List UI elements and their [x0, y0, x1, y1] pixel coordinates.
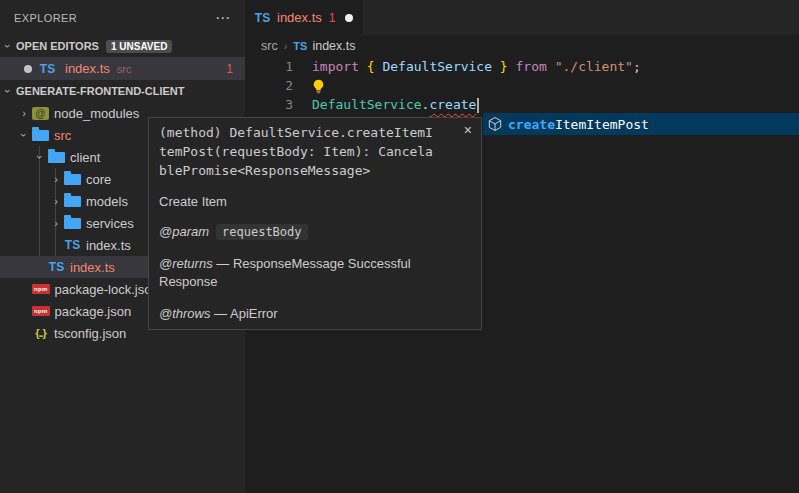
- typescript-file-icon: TS: [293, 40, 307, 52]
- doc-tags: @paramrequestBody@returns — ResponseMess…: [159, 223, 471, 323]
- chevron-down-icon: ›: [2, 83, 14, 99]
- open-editor-item-index-ts[interactable]: TS index.ts src 1: [0, 57, 245, 80]
- suggestion-rest-text: ItemItemPost: [555, 117, 649, 132]
- code-line-1[interactable]: 1import { DefaultService } from "./clien…: [245, 57, 799, 76]
- code-line-2[interactable]: 2: [245, 76, 799, 95]
- npm-folder-icon: @: [32, 107, 49, 120]
- editor-tab-bar: TS index.ts 1: [245, 0, 799, 35]
- tab-error-count: 1: [329, 11, 336, 25]
- chevron-right-icon[interactable]: ›: [48, 217, 64, 229]
- chevron-down-icon: ›: [2, 38, 14, 54]
- code-editor[interactable]: 1import { DefaultService } from "./clien…: [245, 57, 799, 114]
- doc-tag-throws: @throws — ApiError: [159, 305, 451, 323]
- code-line-text: DefaultService.create: [293, 95, 479, 114]
- typescript-file-icon: TS: [39, 62, 56, 76]
- more-actions-icon[interactable]: ⋯: [215, 9, 231, 27]
- ts-icon: TS: [48, 260, 65, 274]
- json-icon: {..}: [32, 327, 49, 339]
- doc-tag-text: — ApiError: [211, 306, 278, 321]
- jsdoc-tag-label: @param: [159, 224, 209, 239]
- open-editor-file-path: src: [117, 63, 132, 75]
- suggestion-item-createitemitempost[interactable]: createItemItemPost: [483, 113, 799, 135]
- doc-tag-returns: @returns — ResponseMessage Successful Re…: [159, 255, 451, 291]
- breadcrumb-folder[interactable]: src: [261, 39, 278, 53]
- ts-icon: TS: [64, 238, 81, 252]
- tree-item-label: package-lock.json: [55, 282, 159, 297]
- chevron-right-icon[interactable]: ›: [48, 173, 64, 185]
- folder-icon: [32, 130, 49, 141]
- folder-icon: [64, 174, 81, 185]
- tab-file-name: index.ts: [277, 10, 322, 25]
- tree-item-label: core: [86, 172, 111, 187]
- line-number[interactable]: 2: [245, 76, 293, 95]
- tree-item-label: services: [86, 216, 134, 231]
- chevron-right-icon[interactable]: ›: [48, 195, 64, 207]
- tab-index-ts[interactable]: TS index.ts 1: [245, 0, 363, 35]
- tree-item-label: index.ts: [86, 238, 131, 253]
- workspace-section-header[interactable]: › GENERATE-FRONTEND-CLIENT: [0, 80, 245, 102]
- breadcrumb: src › TS index.ts: [245, 35, 799, 57]
- tree-item-label: package.json: [55, 304, 132, 319]
- method-symbol-icon: [487, 116, 503, 132]
- chevron-down-icon[interactable]: ›: [34, 149, 46, 165]
- code-line-text: import { DefaultService } from "./client…: [293, 57, 641, 76]
- npm-icon: npm: [32, 306, 50, 316]
- signature-line: blePromise<ResponseMessage>: [159, 161, 471, 180]
- doc-summary: Create Item: [159, 194, 471, 209]
- error-squiggle: create: [429, 97, 476, 112]
- signature-line: temPost(requestBody: Item): Cancela: [159, 142, 471, 161]
- code-line-3[interactable]: 3DefaultService.create: [245, 95, 799, 114]
- jsdoc-tag-label: @returns: [159, 256, 213, 271]
- breadcrumb-separator-icon: ›: [284, 40, 288, 52]
- jsdoc-tag-label: @throws: [159, 306, 211, 321]
- modified-dot-icon[interactable]: [24, 65, 32, 73]
- unsaved-badge: 1 UNSAVED: [106, 40, 173, 53]
- text-cursor: [477, 98, 479, 113]
- tree-item-label: node_modules: [54, 106, 139, 121]
- suggestion-match-text: create: [508, 117, 555, 132]
- open-editor-file-name: index.ts: [65, 61, 110, 76]
- tree-item-label: src: [54, 128, 71, 143]
- lightbulb-icon[interactable]: [311, 79, 326, 94]
- line-number[interactable]: 1: [245, 57, 293, 76]
- tree-item-label: client: [70, 150, 100, 165]
- tree-item-label: index.ts: [70, 260, 115, 275]
- chevron-right-icon[interactable]: ›: [16, 107, 32, 119]
- vscode-window: EXPLORER ⋯ › OPEN EDITORS 1 UNSAVED TS i…: [0, 0, 799, 493]
- error-count-badge: 1: [226, 62, 233, 76]
- folder-icon: [48, 152, 65, 163]
- chevron-down-icon[interactable]: ›: [18, 127, 30, 143]
- suggestion-docs-popup: × (method) DefaultService.createItemItem…: [148, 117, 482, 330]
- line-number[interactable]: 3: [245, 95, 293, 114]
- breadcrumb-file-name: index.ts: [312, 39, 355, 53]
- workspace-label: GENERATE-FRONTEND-CLIENT: [16, 85, 184, 97]
- explorer-header: EXPLORER ⋯: [0, 0, 245, 35]
- tab-modified-dot-icon[interactable]: [345, 14, 353, 22]
- open-editors-section-header[interactable]: › OPEN EDITORS 1 UNSAVED: [0, 35, 245, 57]
- method-signature: (method) DefaultService.createItemItemPo…: [159, 123, 471, 180]
- signature-line: (method) DefaultService.createItemI: [159, 123, 471, 142]
- folder-icon: [64, 218, 81, 229]
- open-editors-label: OPEN EDITORS: [16, 40, 99, 52]
- close-icon[interactable]: ×: [464, 123, 472, 137]
- folder-icon: [64, 196, 81, 207]
- breadcrumb-file[interactable]: TS index.ts: [293, 39, 355, 53]
- typescript-file-icon: TS: [254, 11, 271, 25]
- tree-item-label: tsconfig.json: [54, 326, 126, 341]
- npm-icon: npm: [32, 284, 50, 294]
- code-line-text: [293, 76, 312, 95]
- param-name-chip: requestBody: [216, 224, 307, 240]
- explorer-title: EXPLORER: [14, 12, 77, 24]
- tree-item-label: models: [86, 194, 128, 209]
- doc-tag-param: @paramrequestBody: [159, 223, 451, 241]
